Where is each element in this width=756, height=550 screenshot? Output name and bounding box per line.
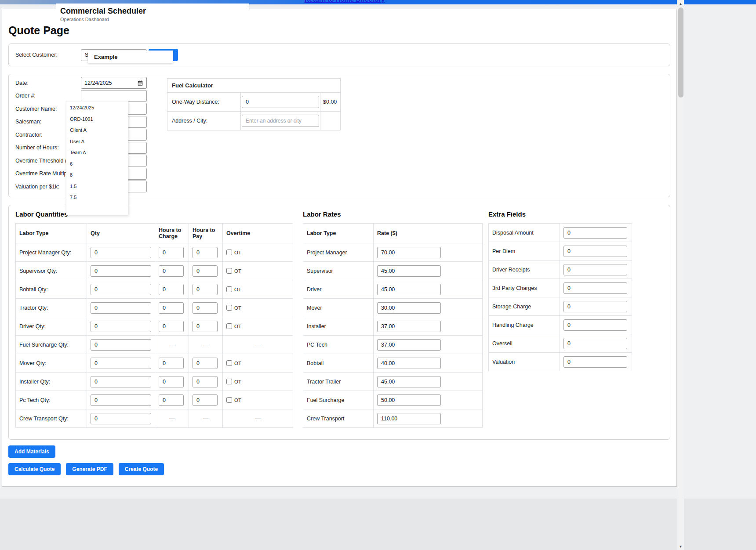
qty-input[interactable]: [91, 413, 151, 424]
hours-charge-input[interactable]: [159, 394, 184, 406]
table-row: Crew Transport: [303, 409, 483, 428]
qty-input[interactable]: [91, 339, 151, 351]
overtime-toggle[interactable]: OT: [226, 268, 289, 274]
rate-input[interactable]: [377, 247, 441, 258]
overtime-toggle[interactable]: OT: [226, 286, 289, 292]
hours-charge-input[interactable]: [159, 265, 184, 277]
hours-pay-input[interactable]: [193, 247, 218, 258]
autofill-option[interactable]: 8: [66, 170, 128, 181]
rate-input[interactable]: [377, 376, 441, 387]
scrollbar[interactable]: ▲ ▼: [677, 0, 684, 550]
qty-input[interactable]: [91, 284, 151, 295]
address-city-input[interactable]: [242, 115, 319, 127]
hours-charge-input[interactable]: [159, 358, 184, 369]
rate-input[interactable]: [377, 413, 441, 424]
extra-field-input[interactable]: [563, 301, 627, 312]
extra-field-input[interactable]: [563, 246, 627, 257]
hours-pay-input[interactable]: [193, 321, 218, 332]
rate-input[interactable]: [377, 321, 441, 332]
hours-charge-input[interactable]: [159, 302, 184, 314]
overtime-toggle[interactable]: OT: [226, 305, 289, 311]
extra-field-input[interactable]: [563, 319, 627, 331]
rate-input[interactable]: [377, 358, 441, 369]
labor-qty-label: Crew Transport Qty:: [16, 409, 87, 428]
order-input[interactable]: [81, 90, 147, 102]
app-header-card: Commercial Scheduler Operations Dashboar…: [56, 4, 249, 25]
table-row: Per Diem: [489, 242, 632, 261]
create-quote-button[interactable]: Create Quote: [119, 463, 164, 475]
hours-charge-input[interactable]: [159, 321, 184, 332]
rate-input[interactable]: [377, 339, 441, 351]
overtime-checkbox[interactable]: [226, 397, 232, 403]
extra-fields-section: Extra Fields Disposal Amount Per Diem Dr…: [488, 210, 632, 371]
extra-field-label: Storage Charge: [489, 297, 560, 316]
hours-charge-input[interactable]: [159, 376, 184, 387]
autofill-option[interactable]: User A: [66, 136, 128, 148]
qty-input[interactable]: [91, 321, 151, 332]
autofill-option[interactable]: ORD-1001: [66, 114, 128, 125]
dash: —: [155, 336, 189, 354]
overtime-header: Overtime: [223, 224, 293, 243]
qty-input[interactable]: [91, 394, 151, 406]
one-way-distance-input[interactable]: [242, 96, 319, 108]
rate-input[interactable]: [377, 394, 441, 406]
overtime-checkbox[interactable]: [226, 286, 232, 292]
add-materials-button[interactable]: Add Materials: [8, 445, 55, 458]
rate-input[interactable]: [377, 265, 441, 277]
autofill-option[interactable]: 7.5: [66, 192, 128, 203]
autofill-option[interactable]: 6: [66, 159, 128, 170]
labor-qty-label: Bobtail Qty:: [16, 280, 87, 299]
scrollbar-down-icon[interactable]: ▼: [677, 543, 684, 550]
qty-input[interactable]: [91, 358, 151, 369]
autofill-option[interactable]: Client A: [66, 125, 128, 136]
overtime-toggle[interactable]: OT: [226, 360, 289, 366]
qty-input[interactable]: [91, 302, 151, 314]
hours-pay-input[interactable]: [193, 376, 218, 387]
extra-field-input[interactable]: [563, 338, 627, 349]
hours-pay-input[interactable]: [193, 284, 218, 295]
extra-field-input[interactable]: [563, 264, 627, 275]
overtime-toggle[interactable]: OT: [226, 379, 289, 384]
return-home-link[interactable]: Return to Home Directory: [0, 0, 689, 3]
overtime-toggle[interactable]: OT: [226, 397, 289, 403]
extra-field-input[interactable]: [563, 356, 627, 368]
hours-charge-input[interactable]: [159, 247, 184, 258]
overtime-toggle[interactable]: OT: [226, 250, 289, 255]
overtime-checkbox[interactable]: [226, 360, 232, 366]
overtime-checkbox[interactable]: [226, 323, 232, 329]
hours-pay-input[interactable]: [193, 394, 218, 406]
autofill-dropdown: 12/24/2025 ORD-1001 Client A User A Team…: [66, 101, 128, 215]
generate-pdf-button[interactable]: Generate PDF: [66, 463, 113, 475]
hours-pay-input[interactable]: [193, 358, 218, 369]
hours-pay-input[interactable]: [193, 265, 218, 277]
overtime-toggle[interactable]: OT: [226, 323, 289, 329]
hours-pay-input[interactable]: [193, 302, 218, 314]
table-row: Storage Charge: [489, 297, 632, 316]
extra-field-input[interactable]: [563, 282, 627, 294]
autofill-option[interactable]: 12/24/2025: [66, 102, 128, 114]
qty-input[interactable]: [91, 265, 151, 277]
rate-input[interactable]: [377, 284, 441, 295]
rate-label: Bobtail: [303, 354, 374, 373]
autofill-option[interactable]: 1.5: [66, 181, 128, 192]
extra-field-input[interactable]: [563, 227, 627, 239]
autofill-option[interactable]: Team A: [66, 147, 128, 159]
calendar-icon[interactable]: [137, 80, 143, 86]
hours-charge-input[interactable]: [159, 284, 184, 295]
scrollbar-thumb[interactable]: [678, 7, 683, 98]
qty-input[interactable]: [91, 247, 151, 258]
overtime-checkbox[interactable]: [226, 379, 232, 384]
overtime-checkbox[interactable]: [226, 268, 232, 274]
scrollbar-up-icon[interactable]: ▲: [677, 0, 684, 7]
table-row: Disposal Amount: [489, 224, 632, 242]
date-input[interactable]: 12/24/2025: [81, 77, 147, 89]
labor-qty-label: Supervisor Qty:: [16, 262, 87, 280]
calculate-quote-button[interactable]: Calculate Quote: [8, 463, 61, 475]
table-row: Tractor Trailer: [303, 373, 483, 391]
rate-label: Fuel Surcharge: [303, 391, 374, 409]
overtime-checkbox[interactable]: [226, 250, 232, 255]
overtime-checkbox[interactable]: [226, 305, 232, 311]
qty-input[interactable]: [91, 376, 151, 387]
customer-dropdown-option[interactable]: Example: [88, 54, 117, 60]
rate-input[interactable]: [377, 302, 441, 314]
